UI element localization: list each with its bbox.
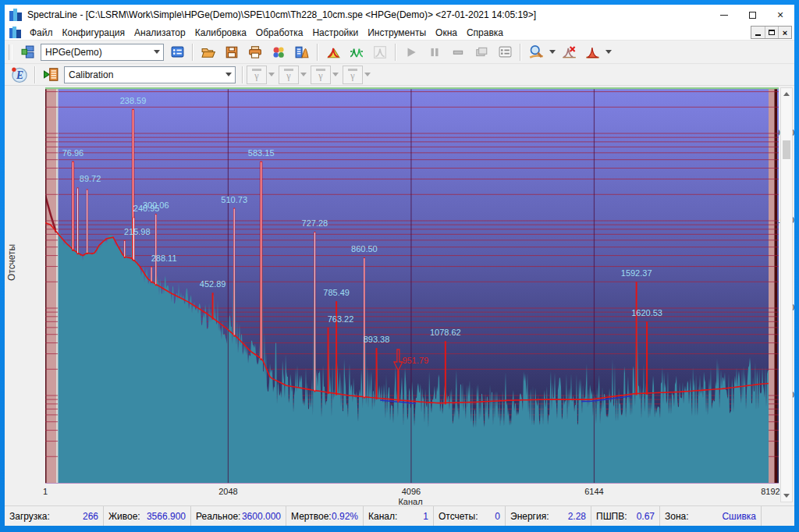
- properties-list-icon: [171, 45, 184, 59]
- menu-item-1[interactable]: Файл: [25, 26, 58, 40]
- report-button[interactable]: [290, 42, 314, 62]
- maximize-button[interactable]: [738, 5, 766, 25]
- scroll-up-button[interactable]: [781, 88, 792, 100]
- chevron-down-icon: [300, 73, 307, 76]
- status-label: Канал:: [368, 511, 397, 522]
- minimize-button[interactable]: [710, 5, 738, 25]
- status-pane-filler: [762, 506, 794, 526]
- detector-select[interactable]: HPGe(Demo): [41, 44, 164, 61]
- mdi-close-button[interactable]: ×: [778, 27, 791, 38]
- peak-marker-dropdown[interactable]: [604, 43, 613, 62]
- scroll-down-button[interactable]: [781, 490, 792, 502]
- status-label: Отсчеты:: [439, 511, 478, 522]
- peak-label: 763.22: [328, 314, 354, 324]
- maximize-icon: [749, 12, 756, 19]
- energy-calibration-button[interactable]: E: [8, 65, 31, 85]
- toolbar-grip[interactable]: [9, 44, 12, 60]
- status-value: 0.67: [637, 511, 655, 522]
- vertical-scrollbar[interactable]: [780, 87, 793, 502]
- title-bar: SpectraLine - [C:\LSRM\Work\Simple\HPGe(…: [5, 5, 794, 25]
- peak-label: 89.72: [80, 174, 101, 183]
- chevron-down-icon: [364, 73, 371, 76]
- stop-dash-icon: [451, 45, 465, 59]
- menu-items: ФайлКонфигурацияАнализаторКалибровкаОбра…: [25, 26, 508, 40]
- calibration-button[interactable]: [321, 42, 345, 62]
- menu-item-2[interactable]: Конфигурация: [58, 26, 130, 40]
- acquisition-properties-button[interactable]: [493, 42, 517, 62]
- save-file-button[interactable]: [220, 42, 243, 62]
- configuration-icon: [21, 45, 34, 59]
- gamma-tool-2-button: γ: [279, 66, 299, 84]
- status-label: Зона:: [665, 511, 689, 522]
- menu-item-5[interactable]: Обработка: [251, 26, 308, 40]
- task-toolbar: E Calibration γ γ γ: [5, 64, 794, 86]
- windows-icon: [474, 45, 488, 59]
- status-label: Загрузка:: [9, 511, 50, 522]
- detector-properties-button[interactable]: [165, 42, 189, 62]
- status-value: 3566.900: [147, 511, 186, 522]
- status-pane-5: Канал:1: [364, 506, 434, 526]
- status-label: Мертвое:: [291, 511, 332, 522]
- mdi-close-icon: ×: [783, 28, 787, 37]
- scrollbar-thumb[interactable]: [783, 140, 790, 159]
- task-select[interactable]: Calibration: [64, 66, 236, 83]
- toolbar-separator: [34, 66, 36, 83]
- spectrum-chart-area: Отсчеты 10100100010000 951.7976.9689.722…: [5, 86, 794, 505]
- zoom-tool-dropdown[interactable]: [548, 43, 557, 62]
- play-icon: [404, 45, 418, 59]
- spectrum-window-button: [470, 42, 493, 62]
- peak-reject-button[interactable]: [557, 42, 581, 62]
- status-pane-9: Зона:Сшивка: [660, 506, 762, 526]
- scrollbar-track[interactable]: [781, 100, 792, 490]
- status-label: Энергия:: [510, 511, 549, 522]
- x-tick-label: 6144: [584, 487, 603, 496]
- peak-marker-button[interactable]: [581, 42, 604, 62]
- menu-item-6[interactable]: Настройки: [307, 26, 363, 40]
- run-task-button[interactable]: [39, 65, 62, 85]
- chevron-up-icon: [783, 92, 790, 96]
- menu-bar: ФайлКонфигурацияАнализаторКалибровкаОбра…: [5, 25, 794, 41]
- zoom-tool-button[interactable]: [524, 42, 548, 62]
- status-pane-4: Мертвое:0.92%: [286, 506, 364, 526]
- mdi-minimize-icon: [755, 34, 761, 36]
- menu-item-8[interactable]: Окна: [431, 26, 462, 40]
- menu-item-4[interactable]: Калибровка: [190, 26, 251, 40]
- y-axis-title: Отсчеты: [6, 244, 17, 281]
- peak-search-button[interactable]: [345, 42, 368, 62]
- toolbar-separator: [395, 44, 396, 61]
- toolbar-separator: [520, 44, 521, 61]
- close-button[interactable]: ×: [766, 5, 794, 25]
- status-value: 0.92%: [332, 511, 358, 522]
- x-tick-label: 4096: [402, 487, 421, 496]
- gamma-tool-4-dropdown: [363, 66, 372, 84]
- peak-reject-icon: [562, 44, 577, 59]
- nuclide-library-button[interactable]: [267, 42, 290, 62]
- minimize-icon: [720, 15, 728, 16]
- configuration-button[interactable]: [16, 42, 39, 62]
- open-file-button[interactable]: [197, 42, 220, 62]
- gamma-tool-1-dropdown: [267, 66, 276, 84]
- document-logo-icon: [9, 27, 22, 38]
- task-document-icon: [44, 67, 59, 82]
- peak-label: 288.11: [151, 254, 177, 263]
- menu-item-7[interactable]: Инструменты: [363, 26, 431, 40]
- gamma-tool-4-button: γ: [343, 66, 363, 84]
- chevron-down-icon: [332, 73, 339, 76]
- status-value: 0: [495, 511, 500, 522]
- gamma-tool-3-dropdown: [331, 66, 340, 84]
- status-value: Сшивка: [722, 511, 756, 522]
- mdi-restore-button[interactable]: [765, 27, 778, 38]
- mdi-restore-icon: [769, 30, 775, 35]
- mdi-minimize-button[interactable]: [751, 27, 765, 38]
- x-tick-label: 8192: [761, 487, 779, 496]
- app-logo-icon: [9, 9, 23, 21]
- print-button[interactable]: [243, 42, 267, 62]
- menu-item-9[interactable]: Справка: [462, 26, 508, 40]
- x-tick-label: 1: [43, 487, 48, 496]
- gamma-tool-3-button: γ: [311, 66, 331, 84]
- menu-item-3[interactable]: Анализатор: [130, 26, 190, 40]
- x-tick-label: 2048: [218, 487, 237, 496]
- detector-select-value: HPGe(Demo): [45, 47, 102, 58]
- spectrum-plot[interactable]: 951.7976.9689.72215.98238.59240.95288.11…: [45, 87, 779, 484]
- app-window: SpectraLine - [C:\LSRM\Work\Simple\HPGe(…: [0, 0, 799, 532]
